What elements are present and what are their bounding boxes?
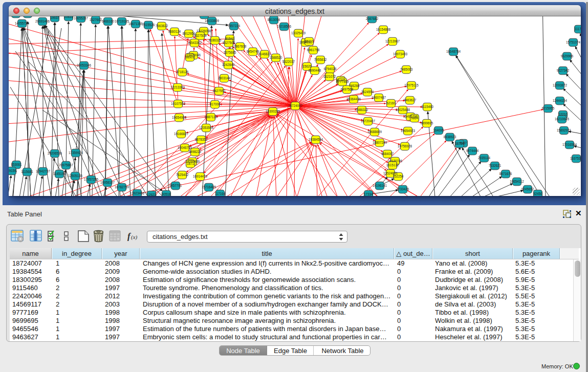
svg-text:20206536: 20206536 bbox=[48, 151, 62, 155]
svg-text:10853: 10853 bbox=[64, 16, 73, 18]
svg-text:2803144: 2803144 bbox=[218, 76, 231, 80]
svg-text:19654983: 19654983 bbox=[172, 116, 187, 119]
svg-text:14055724: 14055724 bbox=[15, 21, 30, 25]
svg-text:917006: 917006 bbox=[209, 102, 221, 106]
svg-text:6794028: 6794028 bbox=[324, 67, 337, 71]
svg-text:10719185: 10719185 bbox=[115, 19, 129, 23]
svg-text:9777169: 9777169 bbox=[336, 80, 349, 83]
svg-text:10958107: 10958107 bbox=[100, 181, 115, 184]
svg-text:3242846: 3242846 bbox=[222, 63, 235, 67]
svg-text:1115681: 1115681 bbox=[21, 170, 33, 173]
svg-text:8427552: 8427552 bbox=[213, 89, 226, 93]
svg-text:98901: 98901 bbox=[185, 55, 194, 59]
svg-text:10120746: 10120746 bbox=[388, 159, 403, 163]
svg-text:20975867: 20975867 bbox=[59, 163, 74, 167]
svg-text:18807249: 18807249 bbox=[373, 141, 387, 144]
svg-text:13226058: 13226058 bbox=[197, 29, 211, 33]
svg-text:18724007: 18724007 bbox=[288, 104, 303, 107]
svg-text:10025488: 10025488 bbox=[396, 108, 410, 112]
svg-text:7625402: 7625402 bbox=[176, 173, 189, 177]
svg-text:11174: 11174 bbox=[575, 27, 581, 31]
svg-text:7485063: 7485063 bbox=[400, 68, 413, 71]
svg-text:2867608: 2867608 bbox=[234, 45, 247, 48]
svg-text:9115460: 9115460 bbox=[421, 105, 434, 108]
svg-text:8990448: 8990448 bbox=[309, 69, 321, 72]
svg-text:12210: 12210 bbox=[558, 113, 568, 116]
svg-text:13325419: 13325419 bbox=[291, 31, 306, 35]
svg-text:252254: 252254 bbox=[393, 174, 404, 178]
svg-text:17334: 17334 bbox=[364, 192, 373, 196]
svg-text:19218506: 19218506 bbox=[277, 25, 292, 28]
svg-text:5498222: 5498222 bbox=[189, 150, 202, 154]
svg-text:9327508: 9327508 bbox=[223, 41, 235, 45]
svg-text:12923: 12923 bbox=[147, 193, 156, 196]
svg-text:3375685: 3375685 bbox=[224, 51, 236, 54]
svg-text:(x): (x) bbox=[131, 234, 138, 240]
svg-text:19654923: 19654923 bbox=[401, 129, 416, 133]
svg-text:1621072: 1621072 bbox=[323, 75, 336, 78]
svg-text:1167533: 1167533 bbox=[570, 157, 581, 160]
svg-text:1527602: 1527602 bbox=[90, 18, 102, 21]
svg-text:10973493: 10973493 bbox=[393, 52, 408, 56]
svg-text:9146821: 9146821 bbox=[258, 52, 271, 56]
svg-text:8186325: 8186325 bbox=[209, 38, 222, 42]
svg-text:6466160: 6466160 bbox=[102, 19, 115, 23]
svg-text:10046755: 10046755 bbox=[178, 146, 192, 149]
svg-text:16914479: 16914479 bbox=[193, 174, 208, 178]
svg-text:12353594: 12353594 bbox=[199, 126, 214, 129]
svg-text:15716485: 15716485 bbox=[202, 185, 216, 189]
svg-text:15300285: 15300285 bbox=[266, 110, 280, 113]
svg-text:20364436: 20364436 bbox=[346, 97, 361, 101]
svg-text:9463627: 9463627 bbox=[404, 98, 417, 102]
svg-text:19756928: 19756928 bbox=[398, 144, 412, 148]
svg-text:16671355: 16671355 bbox=[128, 22, 143, 26]
svg-text:10655287: 10655287 bbox=[74, 16, 89, 20]
svg-text:5322037: 5322037 bbox=[282, 60, 295, 63]
svg-text:90518: 90518 bbox=[162, 192, 171, 196]
svg-text:9227342: 9227342 bbox=[557, 69, 570, 72]
svg-text:746266: 746266 bbox=[349, 84, 360, 87]
svg-text:16154808: 16154808 bbox=[376, 28, 391, 31]
svg-text:3624554: 3624554 bbox=[361, 90, 374, 94]
svg-text:12942737: 12942737 bbox=[36, 169, 51, 173]
svg-text:16210645: 16210645 bbox=[555, 117, 570, 121]
svg-text:1733426: 1733426 bbox=[397, 187, 409, 191]
svg-text:1615132: 1615132 bbox=[386, 163, 399, 167]
svg-text:20691406: 20691406 bbox=[35, 19, 50, 23]
svg-text:9864: 9864 bbox=[411, 116, 419, 120]
svg-text:1145194: 1145194 bbox=[53, 172, 66, 176]
svg-text:12213369: 12213369 bbox=[170, 85, 185, 89]
svg-text:62160: 62160 bbox=[386, 101, 396, 105]
svg-text:853061: 853061 bbox=[11, 163, 22, 166]
svg-text:6497568: 6497568 bbox=[341, 87, 354, 91]
svg-text:16033809: 16033809 bbox=[205, 19, 220, 23]
svg-text:10688609: 10688609 bbox=[367, 130, 382, 134]
svg-text:19166827: 19166827 bbox=[174, 132, 189, 136]
svg-text:7663822: 7663822 bbox=[156, 24, 168, 28]
svg-text:68754: 68754 bbox=[455, 142, 464, 145]
svg-text:12213967: 12213967 bbox=[385, 39, 400, 43]
svg-text:86110: 86110 bbox=[304, 39, 314, 43]
svg-text:81546: 81546 bbox=[225, 37, 234, 40]
svg-text:8938923: 8938923 bbox=[444, 135, 456, 139]
svg-text:1588520: 1588520 bbox=[270, 56, 282, 59]
svg-text:9474444: 9474444 bbox=[466, 149, 479, 152]
svg-text:6961758: 6961758 bbox=[307, 48, 320, 52]
svg-text:17957255: 17957255 bbox=[84, 178, 99, 181]
svg-text:10654112: 10654112 bbox=[510, 180, 524, 183]
svg-text:1871: 1871 bbox=[187, 162, 194, 165]
svg-text:7986322: 7986322 bbox=[356, 108, 368, 112]
svg-text:2935114: 2935114 bbox=[478, 156, 491, 160]
svg-text:8813054: 8813054 bbox=[268, 18, 280, 21]
svg-text:92450: 92450 bbox=[533, 192, 542, 195]
svg-text:8887130: 8887130 bbox=[205, 115, 217, 119]
svg-text:7955812: 7955812 bbox=[314, 58, 327, 61]
svg-text:10607487: 10607487 bbox=[372, 96, 386, 99]
svg-text:14196141: 14196141 bbox=[373, 184, 387, 187]
svg-text:12093872: 12093872 bbox=[553, 83, 568, 87]
svg-text:2718126: 2718126 bbox=[176, 70, 189, 74]
svg-text:16648784: 16648784 bbox=[446, 50, 461, 53]
svg-text:17016504: 17016504 bbox=[562, 143, 577, 146]
svg-text:8878352: 8878352 bbox=[195, 138, 208, 141]
svg-text:39159: 39159 bbox=[9, 169, 16, 172]
